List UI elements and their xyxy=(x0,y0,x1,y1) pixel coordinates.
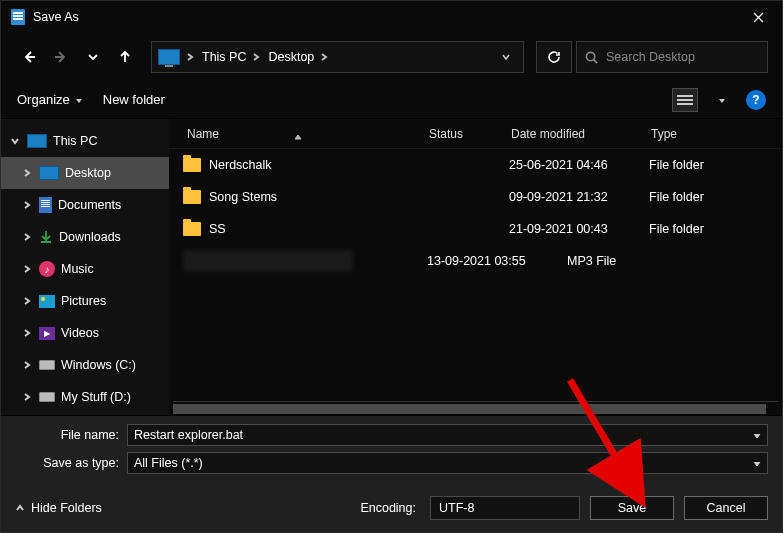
disk-icon xyxy=(39,392,55,402)
file-name: Nerdschalk xyxy=(209,158,272,172)
file-type: MP3 File xyxy=(559,254,782,268)
encoding-label: Encoding: xyxy=(360,501,416,515)
sidebar-item-label: Pictures xyxy=(61,294,106,308)
vid-icon xyxy=(39,327,55,340)
sidebar-item-downloads[interactable]: Downloads xyxy=(1,221,169,253)
col-name[interactable]: Name xyxy=(169,127,419,141)
redacted-filename xyxy=(183,250,353,272)
chevron-down-icon[interactable] xyxy=(753,428,761,442)
app-icon xyxy=(11,9,25,25)
file-type: File folder xyxy=(641,158,782,172)
chevron-right-icon[interactable] xyxy=(252,50,262,64)
file-pane: Name Status Date modified Type Nerdschal… xyxy=(169,119,782,415)
savetype-select[interactable]: All Files (*.*) xyxy=(127,452,768,474)
search-placeholder: Search Desktop xyxy=(606,50,695,64)
sidebar-item-label: Music xyxy=(61,262,94,276)
file-row[interactable]: 13-09-2021 03:55MP3 File xyxy=(169,245,782,277)
doc-icon xyxy=(39,197,52,213)
disk-icon xyxy=(39,360,55,370)
expand-icon[interactable] xyxy=(21,201,33,209)
new-folder-button[interactable]: New folder xyxy=(103,92,165,107)
toolbar: Organize New folder ? xyxy=(1,81,782,119)
savetype-label: Save as type: xyxy=(15,456,127,470)
chevron-down-icon[interactable] xyxy=(753,456,761,470)
file-date: 21-09-2021 00:43 xyxy=(501,222,641,236)
expand-icon[interactable] xyxy=(21,329,33,337)
sidebar-item-windows-c-[interactable]: Windows (C:) xyxy=(1,349,169,381)
window-title: Save As xyxy=(33,10,736,24)
svg-point-0 xyxy=(586,52,594,60)
chevron-right-icon[interactable] xyxy=(320,50,330,64)
dl-icon xyxy=(39,230,53,244)
save-button[interactable]: Save xyxy=(590,496,674,520)
col-date[interactable]: Date modified xyxy=(501,127,641,141)
folder-icon xyxy=(183,222,201,236)
view-button[interactable] xyxy=(672,88,698,112)
pc-icon xyxy=(158,49,180,65)
file-date: 09-09-2021 21:32 xyxy=(501,190,641,204)
nav-row: This PC Desktop Search Desktop xyxy=(1,33,782,81)
search-input[interactable]: Search Desktop xyxy=(576,41,768,73)
sidebar-item-this-pc[interactable]: This PC xyxy=(1,125,169,157)
sidebar-item-label: Desktop xyxy=(65,166,111,180)
filename-label: File name: xyxy=(15,428,127,442)
folder-icon xyxy=(183,158,201,172)
expand-icon[interactable] xyxy=(9,137,21,145)
file-row[interactable]: Song Stems09-09-2021 21:32File folder xyxy=(169,181,782,213)
expand-icon[interactable] xyxy=(21,233,33,241)
expand-icon[interactable] xyxy=(21,361,33,369)
expand-icon[interactable] xyxy=(21,169,33,177)
file-date: 25-06-2021 04:46 xyxy=(501,158,641,172)
expand-icon[interactable] xyxy=(21,393,33,401)
sidebar-item-label: My Stuff (D:) xyxy=(61,390,131,404)
sidebar-item-label: Windows (C:) xyxy=(61,358,136,372)
breadcrumb-root[interactable]: This PC xyxy=(202,50,246,64)
help-button[interactable]: ? xyxy=(746,90,766,110)
file-type: File folder xyxy=(641,190,782,204)
sidebar-item-videos[interactable]: Videos xyxy=(1,317,169,349)
expand-icon[interactable] xyxy=(21,297,33,305)
horizontal-scrollbar[interactable] xyxy=(173,401,778,415)
sidebar-item-label: Videos xyxy=(61,326,99,340)
close-button[interactable] xyxy=(736,1,780,33)
expand-icon[interactable] xyxy=(21,265,33,273)
sort-asc-icon xyxy=(294,129,302,143)
folder-icon xyxy=(183,190,201,204)
file-row[interactable]: SS21-09-2021 00:43File folder xyxy=(169,213,782,245)
file-list: Nerdschalk25-06-2021 04:46File folderSon… xyxy=(169,149,782,401)
file-name: SS xyxy=(209,222,226,236)
breadcrumb-current[interactable]: Desktop xyxy=(268,50,314,64)
up-button[interactable] xyxy=(111,43,139,71)
filename-input[interactable]: Restart explorer.bat xyxy=(127,424,768,446)
back-button[interactable] xyxy=(15,43,43,71)
col-status[interactable]: Status xyxy=(419,127,501,141)
address-bar[interactable]: This PC Desktop xyxy=(151,41,524,73)
sidebar-item-desktop[interactable]: Desktop xyxy=(1,157,169,189)
sidebar-item-pictures[interactable]: Pictures xyxy=(1,285,169,317)
column-header: Name Status Date modified Type xyxy=(169,119,782,149)
recent-button[interactable] xyxy=(79,43,107,71)
titlebar: Save As xyxy=(1,1,782,33)
chevron-right-icon[interactable] xyxy=(186,50,196,64)
bottom-panel: File name: Restart explorer.bat Save as … xyxy=(1,415,782,532)
col-type[interactable]: Type xyxy=(641,127,782,141)
refresh-button[interactable] xyxy=(536,41,572,73)
file-date: 13-09-2021 03:55 xyxy=(419,254,559,268)
view-dropdown[interactable] xyxy=(718,93,726,107)
forward-button[interactable] xyxy=(47,43,75,71)
hide-folders-button[interactable]: Hide Folders xyxy=(15,501,102,515)
sidebar-item-label: Documents xyxy=(58,198,121,212)
sidebar-item-music[interactable]: Music xyxy=(1,253,169,285)
sidebar: This PCDesktopDocumentsDownloadsMusicPic… xyxy=(1,119,169,415)
encoding-select[interactable]: UTF-8 xyxy=(430,496,580,520)
sidebar-item-my-stuff-d-[interactable]: My Stuff (D:) xyxy=(1,381,169,413)
pic-icon xyxy=(39,295,55,308)
cancel-button[interactable]: Cancel xyxy=(684,496,768,520)
music-icon xyxy=(39,261,55,277)
address-dropdown[interactable] xyxy=(495,53,517,61)
sidebar-item-label: This PC xyxy=(53,134,97,148)
organize-button[interactable]: Organize xyxy=(17,92,83,107)
file-type: File folder xyxy=(641,222,782,236)
file-row[interactable]: Nerdschalk25-06-2021 04:46File folder xyxy=(169,149,782,181)
sidebar-item-documents[interactable]: Documents xyxy=(1,189,169,221)
